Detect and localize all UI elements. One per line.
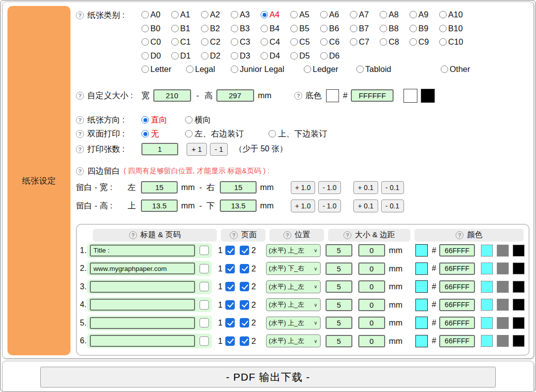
page2-checkbox[interactable]: [240, 246, 249, 255]
orientation-option[interactable]: 横向: [185, 115, 229, 126]
paper-type-option-c4[interactable]: C4: [261, 37, 290, 47]
bg-color-swatch[interactable]: [326, 89, 339, 102]
offset-input[interactable]: [358, 299, 385, 311]
page2-checkbox[interactable]: [240, 318, 249, 327]
paper-type-option-a7[interactable]: A7: [350, 10, 380, 19]
page2-checkbox[interactable]: [240, 336, 249, 346]
preset-black-swatch[interactable]: [421, 89, 435, 103]
paper-type-option-c3[interactable]: C3: [231, 37, 261, 47]
page1-checkbox[interactable]: [225, 300, 235, 310]
margin-adjust-button[interactable]: + 1.0: [291, 199, 316, 212]
help-icon[interactable]: ?: [283, 231, 291, 239]
offset-input[interactable]: [358, 262, 385, 275]
title-input[interactable]: [90, 299, 195, 311]
hex-input[interactable]: [439, 317, 475, 329]
offset-input[interactable]: [358, 244, 385, 257]
page1-checkbox[interactable]: [225, 336, 235, 346]
palette-swatch[interactable]: [497, 317, 509, 329]
position-select[interactable]: (水平) 上_左∨: [266, 280, 321, 293]
paper-type-option-b0[interactable]: B0: [141, 24, 171, 33]
copies-decrease-button[interactable]: - 1: [210, 143, 228, 156]
preset-white-swatch[interactable]: [403, 89, 417, 103]
palette-swatch[interactable]: [513, 262, 525, 274]
paper-type-option-c10[interactable]: C10: [439, 37, 469, 47]
paper-type-option-b2[interactable]: B2: [201, 24, 231, 33]
offset-input[interactable]: [358, 317, 385, 329]
size-input[interactable]: [326, 335, 352, 347]
palette-swatch[interactable]: [481, 245, 493, 257]
page1-checkbox[interactable]: [225, 282, 235, 291]
custom-width-input[interactable]: [153, 89, 191, 102]
title-checkbox[interactable]: [200, 336, 209, 346]
paper-type-option-c9[interactable]: C9: [409, 37, 439, 47]
paper-type-option-d6[interactable]: D6: [320, 51, 350, 61]
size-input[interactable]: [326, 244, 352, 257]
hex-input[interactable]: [439, 299, 475, 311]
page2-checkbox[interactable]: [240, 300, 249, 310]
palette-swatch[interactable]: [513, 335, 525, 347]
size-input[interactable]: [326, 299, 352, 311]
title-input[interactable]: [90, 317, 195, 329]
hex-input[interactable]: [439, 280, 475, 293]
pdf-download-button[interactable]: - PDF 输出下载 -: [40, 367, 496, 388]
paper-type-option-b6[interactable]: B6: [320, 24, 350, 33]
paper-type-option-c0[interactable]: C0: [141, 37, 171, 47]
margin-right-input[interactable]: [220, 181, 257, 194]
position-select[interactable]: (水平) 上_左∨: [266, 298, 321, 311]
offset-input[interactable]: [358, 335, 385, 347]
margin-adjust-button[interactable]: - 1.0: [318, 199, 341, 212]
palette-swatch[interactable]: [481, 262, 493, 274]
paper-type-option-d3[interactable]: D3: [231, 51, 261, 61]
row-color-swatch[interactable]: [415, 335, 428, 347]
paper-type-option-d2[interactable]: D2: [201, 51, 231, 61]
paper-type-option-b7[interactable]: B7: [350, 24, 380, 33]
paper-type-option-d4[interactable]: D4: [261, 51, 290, 61]
help-icon[interactable]: ?: [129, 231, 137, 239]
paper-type-option-c7[interactable]: C7: [350, 37, 380, 47]
page1-checkbox[interactable]: [225, 264, 235, 273]
margin-left-input[interactable]: [141, 181, 178, 194]
palette-swatch[interactable]: [513, 317, 525, 329]
position-select[interactable]: (水平) 上_左∨: [266, 244, 321, 257]
paper-type-option-legal[interactable]: Legal: [186, 65, 231, 74]
title-checkbox[interactable]: [200, 318, 209, 327]
hex-input[interactable]: [439, 244, 475, 257]
row-color-swatch[interactable]: [415, 262, 428, 275]
paper-type-option-tabloid[interactable]: Tabloid: [356, 65, 441, 74]
copies-input[interactable]: [141, 143, 178, 155]
paper-type-option-c2[interactable]: C2: [201, 37, 231, 47]
help-icon[interactable]: ?: [76, 130, 84, 138]
title-checkbox[interactable]: [200, 282, 209, 291]
custom-height-input[interactable]: [216, 89, 254, 102]
position-select[interactable]: (水平) 上_左∨: [266, 317, 321, 329]
paper-type-option-c1[interactable]: C1: [171, 37, 201, 47]
page2-checkbox[interactable]: [240, 282, 249, 291]
paper-type-option-c5[interactable]: C5: [290, 37, 320, 47]
palette-swatch[interactable]: [481, 299, 493, 311]
paper-type-option-d1[interactable]: D1: [171, 51, 201, 61]
paper-type-option-c6[interactable]: C6: [320, 37, 350, 47]
title-input[interactable]: [90, 335, 195, 347]
paper-type-option-d5[interactable]: D5: [290, 51, 320, 61]
position-select[interactable]: (水平) 下_右∨: [266, 262, 321, 275]
title-input[interactable]: [90, 262, 195, 274]
paper-type-option-b1[interactable]: B1: [171, 24, 201, 33]
paper-type-option-b9[interactable]: B9: [409, 24, 439, 33]
paper-type-option-a3[interactable]: A3: [231, 10, 261, 19]
margin-adjust-button[interactable]: - 0.1: [381, 199, 404, 212]
title-checkbox[interactable]: [200, 300, 209, 310]
copies-increase-button[interactable]: + 1: [187, 143, 207, 156]
margin-top-input[interactable]: [141, 199, 178, 212]
position-select[interactable]: (水平) 上_左∨: [266, 334, 321, 347]
margin-adjust-button[interactable]: + 1.0: [291, 181, 316, 194]
paper-type-option-d0[interactable]: D0: [141, 51, 171, 61]
title-input[interactable]: [90, 245, 195, 257]
help-icon[interactable]: ?: [343, 231, 351, 239]
page1-checkbox[interactable]: [225, 318, 235, 327]
paper-type-option-a5[interactable]: A5: [290, 10, 320, 19]
size-input[interactable]: [326, 317, 352, 329]
palette-swatch[interactable]: [497, 245, 509, 257]
paper-type-option-letter[interactable]: Letter: [141, 65, 186, 74]
help-icon[interactable]: ?: [230, 231, 238, 239]
paper-type-option-c8[interactable]: C8: [380, 37, 409, 47]
